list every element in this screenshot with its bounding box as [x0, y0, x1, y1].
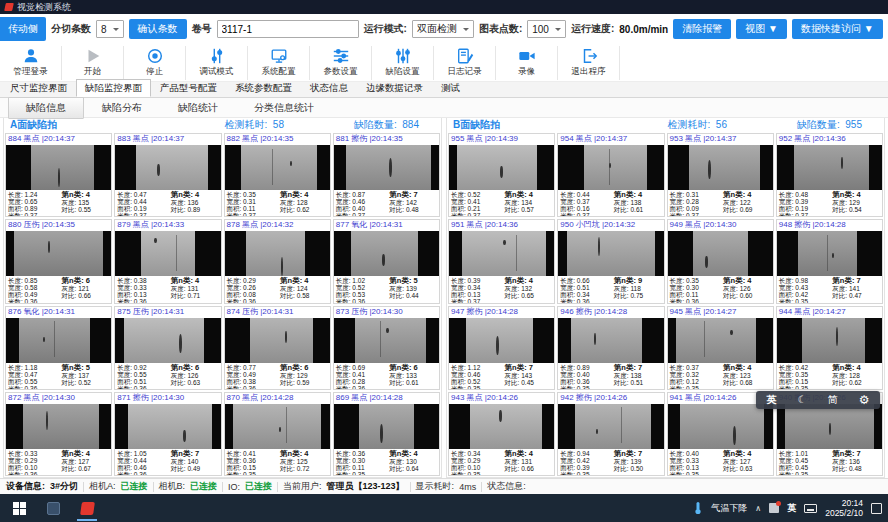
action-exit-button[interactable]: 退出程序	[558, 46, 620, 80]
drive-side-button[interactable]: 传动侧	[0, 17, 46, 41]
defect-cell-871[interactable]: 871 擦伤 |20:14:30长度: 1.05宽度: 0.44面积: 0.46…	[114, 392, 221, 476]
confirm-count-button[interactable]: 确认条数	[129, 19, 187, 39]
tab-main-6[interactable]: 测试	[432, 79, 469, 97]
run-mode-select[interactable]: 双面检测	[412, 20, 474, 38]
defect-cell-951[interactable]: 951 黑点 |20:14:36长度: 0.39宽度: 0.34面积: 0.13…	[448, 219, 555, 303]
tab-sub-2[interactable]: 缺陷统计	[160, 97, 236, 119]
action-debug-sliders-button[interactable]: 调试模式	[186, 46, 248, 80]
defect-cell-info: 长度: 0.44宽度: 0.37面积: 0.16米数: 0.37第n类: 4灰度…	[558, 190, 663, 216]
defect-cell-942[interactable]: 942 擦伤 |20:14:26长度: 0.94宽度: 0.42面积: 0.39…	[557, 392, 664, 476]
weather-text[interactable]: 气温下降	[711, 502, 747, 515]
tab-sub-0[interactable]: 缺陷信息	[8, 97, 84, 119]
defect-cell-954[interactable]: 954 黑点 |20:14:37长度: 0.44宽度: 0.37面积: 0.16…	[557, 133, 664, 217]
roll-number-input[interactable]	[217, 20, 359, 38]
defect-metric-wid: 宽度: 0.40	[560, 371, 612, 378]
defect-image	[6, 231, 111, 276]
defect-cell-877[interactable]: 877 氧化 |20:14:31长度: 1.02宽度: 0.52面积: 0.53…	[333, 219, 440, 303]
top-toolbar: 传动侧 分切条数 8 确认条数 卷号 运行模式: 双面检测 图表点数: 100 …	[0, 14, 888, 44]
lang-english-button[interactable]: 英	[767, 391, 777, 409]
defect-metric-meter: 米数: 0.35	[779, 385, 831, 389]
action-user-button[interactable]: 管理登录	[0, 46, 62, 80]
defect-cell-953[interactable]: 953 黑点 |20:14:37长度: 0.31宽度: 0.28面积: 0.09…	[667, 133, 774, 217]
tab-main-0[interactable]: 尺寸监控界面	[1, 79, 76, 97]
defect-cell-952[interactable]: 952 黑点 |20:14:36长度: 0.48宽度: 0.39面积: 0.19…	[776, 133, 883, 217]
defect-class: 第n类: 4	[723, 364, 771, 372]
defect-metric-len: 长度: 0.36	[336, 450, 388, 457]
log-icon	[456, 47, 474, 65]
slit-count-select[interactable]: 8	[96, 20, 124, 38]
tray-expand-icon[interactable]: ∧	[755, 504, 761, 513]
defect-metric-meter: 米数: 0.36	[227, 298, 279, 302]
defect-cell-955[interactable]: 955 黑点 |20:14:39长度: 0.52宽度: 0.41面积: 0.21…	[448, 133, 555, 217]
action-stop-button[interactable]: 停止	[124, 46, 186, 80]
taskbar-app-icon[interactable]	[36, 494, 70, 522]
defect-cell-880[interactable]: 880 压伤 |20:14:35长度: 0.85宽度: 0.58面积: 0.49…	[5, 219, 112, 303]
tab-sub-3[interactable]: 分类信息统计	[236, 97, 332, 119]
defect-cell-info: 长度: 1.01宽度: 0.45面积: 0.45米数: 0.35第n类: 7灰度…	[777, 449, 882, 475]
defect-cell-875[interactable]: 875 压伤 |20:14:31长度: 0.92宽度: 0.55面积: 0.51…	[114, 306, 221, 390]
ime-notification-icon[interactable]	[769, 503, 779, 513]
gear-icon[interactable]: ⚙	[859, 391, 870, 409]
action-log-button[interactable]: 日志记录	[434, 46, 496, 80]
tray-language-indicator[interactable]: 英	[787, 502, 796, 515]
clear-alarm-button[interactable]: 清除报警	[673, 19, 731, 39]
defect-metric-area: 面积: 0.51	[117, 378, 169, 385]
tab-main-1[interactable]: 缺陷监控界面	[76, 79, 151, 97]
tab-main-5[interactable]: 边缘数据记录	[357, 79, 432, 97]
defect-cell-950[interactable]: 950 小凹坑 |20:14:32长度: 0.66宽度: 0.51面积: 0.3…	[557, 219, 664, 303]
defect-cell-870[interactable]: 870 黑点 |20:14:28长度: 0.41宽度: 0.36面积: 0.15…	[224, 392, 331, 476]
lang-simplified-button[interactable]: 简	[828, 391, 838, 409]
action-param-sliders-button[interactable]: 参数设置	[310, 46, 372, 80]
defect-cell-info: 长度: 0.89宽度: 0.40面积: 0.36米数: 0.35第n类: 7灰度…	[558, 363, 663, 389]
defect-cell-869[interactable]: 869 黑点 |20:14:28长度: 0.36宽度: 0.30面积: 0.11…	[333, 392, 440, 476]
tab-sub-1[interactable]: 缺陷分布	[84, 97, 160, 119]
defect-image	[449, 404, 554, 449]
data-quick-access-button[interactable]: 数据快捷访问 ▼	[792, 19, 883, 39]
defect-cell-873[interactable]: 873 压伤 |20:14:30长度: 0.69宽度: 0.41面积: 0.28…	[333, 306, 440, 390]
action-camera-button[interactable]: 录像	[496, 46, 558, 80]
view-menu-button[interactable]: 视图 ▼	[736, 19, 787, 39]
moon-icon[interactable]: ☾	[798, 391, 807, 409]
defect-cell-876[interactable]: 876 氧化 |20:14:31长度: 1.18宽度: 0.47面积: 0.55…	[5, 306, 112, 390]
defect-cell-info: 长度: 0.85宽度: 0.58面积: 0.49米数: 0.36第n类: 6灰度…	[6, 276, 111, 302]
defect-metric-wid: 宽度: 0.34	[451, 284, 503, 291]
defect-metric-len: 长度: 0.38	[117, 277, 169, 284]
taskbar-app-icon-active[interactable]	[70, 494, 104, 522]
action-label: 停止	[146, 66, 163, 78]
defect-cell-874[interactable]: 874 压伤 |20:14:31长度: 0.77宽度: 0.49面积: 0.38…	[224, 306, 331, 390]
defect-metric-wid: 宽度: 0.52	[336, 284, 388, 291]
tab-main-3[interactable]: 系统参数配置	[226, 79, 301, 97]
action-play-button[interactable]: 开始	[62, 46, 124, 80]
defect-cell-944[interactable]: 944 黑点 |20:14:27长度: 0.42宽度: 0.35面积: 0.15…	[776, 306, 883, 390]
tab-main-2[interactable]: 产品型号配置	[151, 79, 226, 97]
defect-cell-948[interactable]: 948 擦伤 |20:14:28长度: 0.98宽度: 0.43面积: 0.42…	[776, 219, 883, 303]
keyboard-icon[interactable]	[804, 504, 817, 513]
defect-cell-947[interactable]: 947 擦伤 |20:14:28长度: 1.12宽度: 0.46面积: 0.52…	[448, 306, 555, 390]
action-center-icon[interactable]	[871, 503, 882, 514]
defect-cell-879[interactable]: 879 黑点 |20:14:33长度: 0.38宽度: 0.33面积: 0.13…	[114, 219, 221, 303]
thermometer-icon[interactable]	[693, 501, 703, 515]
defect-cell-946[interactable]: 946 擦伤 |20:14:28长度: 0.89宽度: 0.40面积: 0.36…	[557, 306, 664, 390]
defect-cell-header: 954 黑点 |20:14:37	[558, 134, 663, 145]
defect-cell-881[interactable]: 881 擦伤 |20:14:35长度: 0.87宽度: 0.46面积: 0.40…	[333, 133, 440, 217]
defect-cell-943[interactable]: 943 黑点 |20:14:26长度: 0.34宽度: 0.29面积: 0.10…	[448, 392, 555, 476]
defect-cell-884[interactable]: 884 黑点 |20:14:37长度: 1.24宽度: 0.65面积: 0.89…	[5, 133, 112, 217]
defect-cell-878[interactable]: 878 黑点 |20:14:32长度: 0.29宽度: 0.26面积: 0.08…	[224, 219, 331, 303]
defect-cell-882[interactable]: 882 黑点 |20:14:35长度: 0.35宽度: 0.31面积: 0.11…	[224, 133, 331, 217]
defect-contrast: 对比: 0.62	[832, 379, 880, 386]
taskbar-clock[interactable]: 20:14 2025/2/10	[825, 498, 863, 518]
windows-start-icon[interactable]	[2, 494, 36, 522]
tab-main-4[interactable]: 状态信息	[301, 79, 357, 97]
defect-class: 第n类: 4	[62, 450, 110, 458]
chart-points-select[interactable]: 100	[527, 20, 566, 38]
defect-gray: 灰度: 129	[280, 372, 328, 379]
defect-cell-945[interactable]: 945 黑点 |20:14:27长度: 0.37宽度: 0.32面积: 0.12…	[667, 306, 774, 390]
action-label: 缺陷设置	[386, 66, 420, 78]
defect-cell-949[interactable]: 949 黑点 |20:14:30长度: 0.35宽度: 0.30面积: 0.11…	[667, 219, 774, 303]
defect-contrast: 对比: 0.50	[614, 465, 662, 472]
defect-image	[558, 404, 663, 449]
action-system-config-button[interactable]: 系统配置	[248, 46, 310, 80]
defect-cell-883[interactable]: 883 黑点 |20:14:37长度: 0.47宽度: 0.44面积: 0.19…	[114, 133, 221, 217]
action-defect-settings-button[interactable]: 缺陷设置	[372, 46, 434, 80]
defect-cell-872[interactable]: 872 黑点 |20:14:30长度: 0.33宽度: 0.29面积: 0.10…	[5, 392, 112, 476]
